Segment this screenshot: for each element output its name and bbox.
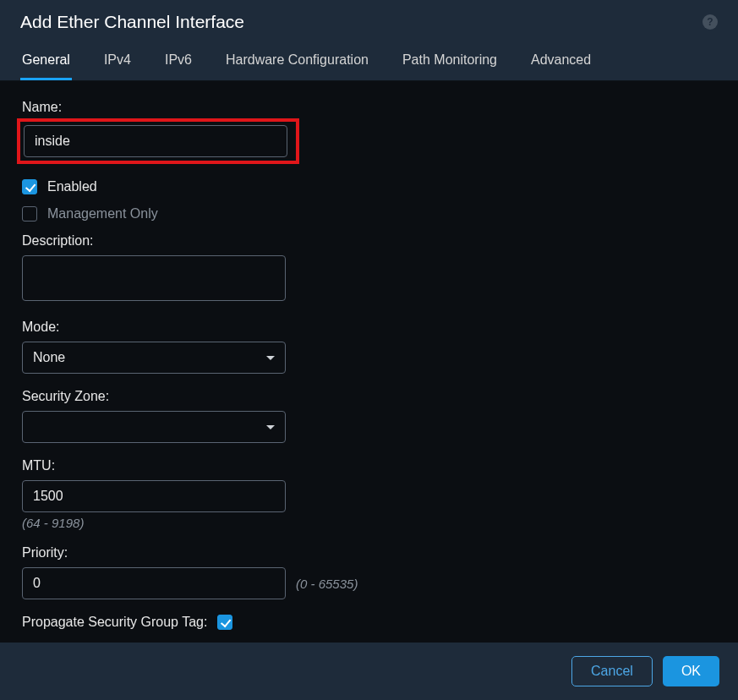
description-field-group: Description: <box>22 233 716 304</box>
security-zone-select[interactable] <box>22 411 286 443</box>
name-input[interactable] <box>24 125 287 157</box>
mode-label: Mode: <box>22 320 716 335</box>
ok-button[interactable]: OK <box>663 656 719 686</box>
name-highlight-box <box>17 118 299 164</box>
priority-field-group: Priority: (0 - 65535) <box>22 545 716 599</box>
description-label: Description: <box>22 233 716 249</box>
mgmt-only-row: Management Only <box>22 206 716 221</box>
dialog-title: Add Ether Channel Interface <box>20 12 244 32</box>
tab-hardware[interactable]: Hardware Configuration <box>224 44 370 80</box>
security-zone-field-group: Security Zone: <box>22 389 716 443</box>
priority-hint: (0 - 65535) <box>296 577 358 591</box>
enabled-row: Enabled <box>22 179 716 194</box>
tab-path-monitoring[interactable]: Path Monitoring <box>401 44 499 80</box>
priority-input[interactable] <box>22 567 286 599</box>
propagate-row: Propagate Security Group Tag: <box>22 615 716 630</box>
name-field-group: Name: <box>22 100 716 164</box>
description-input[interactable] <box>22 255 286 301</box>
propagate-label: Propagate Security Group Tag: <box>22 615 207 630</box>
form-scroll-area[interactable]: Name: Enabled Management Only Descriptio… <box>0 81 738 643</box>
mtu-hint: (64 - 9198) <box>22 516 716 530</box>
mgmt-only-checkbox[interactable] <box>22 206 37 221</box>
dialog-footer: Cancel OK <box>0 643 738 700</box>
propagate-checkbox[interactable] <box>217 615 232 630</box>
mode-selected-value: None <box>33 350 65 365</box>
tabs-bar: General IPv4 IPv6 Hardware Configuration… <box>0 44 738 81</box>
mtu-label: MTU: <box>22 458 716 473</box>
tab-ipv4[interactable]: IPv4 <box>102 44 133 80</box>
mode-select[interactable]: None <box>22 342 286 374</box>
enabled-label: Enabled <box>47 179 97 194</box>
chevron-down-icon <box>266 356 275 360</box>
mtu-input[interactable] <box>22 480 286 512</box>
name-label: Name: <box>22 100 716 115</box>
tab-general[interactable]: General <box>20 44 72 80</box>
tab-advanced[interactable]: Advanced <box>529 44 593 80</box>
mode-field-group: Mode: None <box>22 320 716 374</box>
dialog-header: Add Ether Channel Interface ? <box>0 0 738 44</box>
tab-ipv6[interactable]: IPv6 <box>163 44 194 80</box>
help-icon[interactable]: ? <box>702 14 718 30</box>
mgmt-only-label: Management Only <box>47 206 158 221</box>
enabled-checkbox[interactable] <box>22 179 37 194</box>
priority-label: Priority: <box>22 545 716 561</box>
cancel-button[interactable]: Cancel <box>571 656 653 686</box>
chevron-down-icon <box>266 425 275 429</box>
security-zone-label: Security Zone: <box>22 389 716 404</box>
mtu-field-group: MTU: (64 - 9198) <box>22 458 716 530</box>
